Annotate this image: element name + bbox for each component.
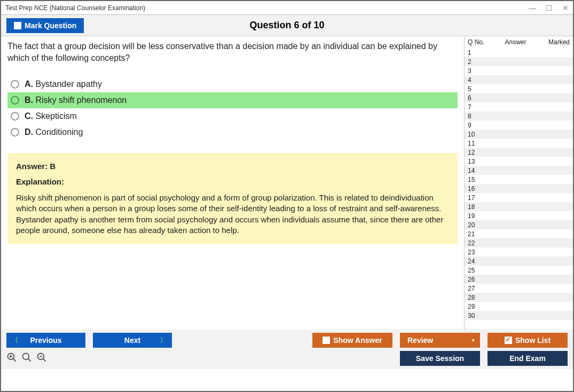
question-panel: The fact that a group decision will be l…: [1, 36, 464, 330]
question-list-row[interactable]: 18: [465, 202, 573, 211]
question-list-row[interactable]: 2: [465, 57, 573, 66]
question-list-row[interactable]: 5: [465, 84, 573, 93]
next-button[interactable]: Next 〉: [93, 333, 172, 348]
question-list-row[interactable]: 4: [465, 75, 573, 84]
option-letter: D.: [25, 127, 33, 137]
row-qno: 14: [468, 167, 490, 174]
question-list-row[interactable]: 10: [465, 130, 573, 139]
question-list-row[interactable]: 1: [465, 48, 573, 57]
window-title: Test Prep NCE (National Counselor Examin…: [5, 4, 145, 12]
question-list-row[interactable]: 3: [465, 66, 573, 75]
previous-button[interactable]: 〈 Previous: [6, 333, 85, 348]
close-icon[interactable]: ✕: [562, 4, 569, 12]
option-c[interactable]: C. Skepticism: [7, 108, 458, 124]
chevron-right-icon: 〉: [160, 336, 167, 345]
show-list-button[interactable]: Show List: [487, 333, 568, 348]
question-list-row[interactable]: 6: [465, 93, 573, 102]
zoom-out-icon[interactable]: [36, 352, 47, 365]
svg-line-5: [28, 358, 31, 361]
checkbox-icon: [323, 337, 330, 344]
question-list-row[interactable]: 14: [465, 166, 573, 175]
end-exam-button[interactable]: End Exam: [487, 351, 568, 366]
row-qno: 8: [468, 113, 490, 120]
option-d[interactable]: D. Conditioning: [7, 124, 458, 140]
checkbox-icon: [14, 22, 21, 29]
row-qno: 16: [468, 185, 490, 193]
row-qno: 7: [468, 103, 490, 111]
show-answer-button[interactable]: Show Answer: [312, 333, 392, 348]
question-list-rows[interactable]: 1234567891011121314151617181920212223242…: [465, 48, 573, 330]
question-list-row[interactable]: 26: [465, 275, 573, 284]
main-area: The fact that a group decision will be l…: [1, 36, 573, 330]
option-text: Conditioning: [33, 127, 83, 137]
question-list-row[interactable]: 22: [465, 238, 573, 247]
mark-question-label: Mark Question: [25, 21, 76, 30]
option-text: Bystander apathy: [33, 79, 102, 89]
row-qno: 18: [468, 203, 490, 211]
row-qno: 3: [468, 67, 490, 75]
question-list-row[interactable]: 7: [465, 102, 573, 111]
svg-line-7: [43, 358, 46, 361]
question-list-row[interactable]: 19: [465, 211, 573, 220]
question-list-row[interactable]: 28: [465, 293, 573, 302]
row-qno: 30: [468, 312, 490, 319]
footer-row-1: 〈 Previous Next 〉 Show Answer Review ▾ S…: [6, 333, 568, 348]
question-list-row[interactable]: 12: [465, 148, 573, 157]
question-list-row[interactable]: 13: [465, 157, 573, 166]
row-qno: 2: [468, 58, 490, 66]
show-answer-label: Show Answer: [333, 336, 382, 345]
answer-line: Answer: B: [16, 162, 449, 171]
row-qno: 28: [468, 294, 490, 301]
header-answer: Answer: [490, 38, 541, 46]
option-a[interactable]: A. Bystander apathy: [7, 76, 458, 92]
previous-label: Previous: [30, 336, 61, 345]
question-list-row[interactable]: 25: [465, 266, 573, 275]
question-list-row[interactable]: 20: [465, 220, 573, 229]
checkmark-icon: [505, 337, 512, 344]
question-list-row[interactable]: 27: [465, 284, 573, 293]
question-list-row[interactable]: 9: [465, 121, 573, 130]
chevron-left-icon: 〈: [12, 336, 18, 345]
row-qno: 4: [468, 76, 490, 84]
review-button[interactable]: Review ▾: [400, 333, 480, 348]
top-toolbar: Mark Question Question 6 of 10: [1, 15, 573, 36]
question-list-row[interactable]: 15: [465, 175, 573, 184]
explanation-box: Answer: B Explanation: Risky shift pheno…: [7, 153, 458, 244]
question-list-row[interactable]: 23: [465, 247, 573, 257]
question-list-row[interactable]: 29: [465, 302, 573, 311]
row-qno: 10: [468, 131, 490, 138]
question-counter: Question 6 of 10: [1, 20, 573, 31]
row-qno: 9: [468, 122, 490, 129]
question-list-row[interactable]: 21: [465, 229, 573, 238]
row-qno: 15: [468, 176, 490, 183]
row-qno: 17: [468, 194, 490, 202]
svg-point-4: [23, 353, 29, 359]
question-list-row[interactable]: 24: [465, 257, 573, 266]
zoom-in-icon[interactable]: [21, 352, 32, 365]
row-qno: 12: [468, 149, 490, 156]
row-qno: 29: [468, 303, 490, 310]
footer-toolbar: 〈 Previous Next 〉 Show Answer Review ▾ S…: [1, 330, 573, 369]
question-list-row[interactable]: 16: [465, 184, 573, 193]
minimize-icon[interactable]: —: [529, 4, 536, 12]
row-qno: 6: [468, 94, 490, 102]
question-list-row[interactable]: 17: [465, 193, 573, 202]
zoom-reset-icon[interactable]: [6, 352, 17, 365]
maximize-icon[interactable]: ☐: [546, 4, 553, 12]
save-session-button[interactable]: Save Session: [400, 351, 480, 366]
question-list-row[interactable]: 8: [465, 111, 573, 121]
mark-question-button[interactable]: Mark Question: [6, 18, 84, 33]
question-stem: The fact that a group decision will be l…: [7, 41, 458, 63]
question-list-row[interactable]: 30: [465, 311, 573, 320]
zoom-controls: [6, 352, 47, 365]
header-marked: Marked: [541, 38, 570, 46]
radio-icon: [11, 80, 19, 89]
option-b[interactable]: B. Risky shift phenomenon: [7, 92, 458, 108]
window-titlebar: Test Prep NCE (National Counselor Examin…: [1, 1, 573, 15]
row-qno: 27: [468, 285, 490, 292]
question-list-row[interactable]: 11: [465, 139, 573, 148]
row-qno: 5: [468, 85, 490, 93]
svg-line-1: [13, 358, 16, 361]
radio-icon: [11, 96, 19, 105]
option-text: Skepticism: [33, 111, 77, 121]
